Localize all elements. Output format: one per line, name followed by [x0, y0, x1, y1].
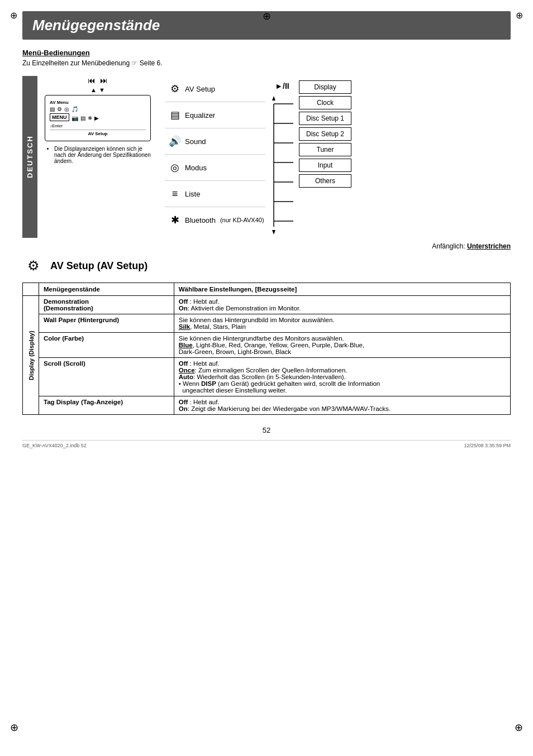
submenu-tuner: Tuner [299, 143, 351, 156]
menu-item-sound: 🔊 Sound [165, 128, 265, 155]
menu-item-modus: ◎ Modus [165, 155, 265, 181]
bluetooth-icon: ✱ [165, 210, 185, 230]
bottom-left-reg-mark: ⊕ [10, 721, 18, 734]
footer: GE_KW-AVX4020_2.indb 52 12/25/08 3:35:59… [22, 440, 511, 448]
side-label: Display (Display) [23, 296, 39, 415]
device-note: Die Displayanzeigen können sich je nach … [42, 146, 154, 164]
footer-left: GE_KW-AVX4020_2.indb 52 [22, 443, 87, 448]
av-setup-title: AV Setup (AV Setup) [50, 260, 147, 272]
top-right-reg-mark: ⊕ [516, 10, 523, 21]
footer-right: 12/25/08 3:35:59 PM [464, 443, 511, 448]
device-nav-arrows: ▲ ▼ [91, 87, 105, 93]
col1-header: Menügegenstände [39, 283, 174, 296]
av-setup-header: ⚙ AV Setup (AV Setup) [22, 255, 511, 277]
submenu-display: Display [299, 80, 351, 94]
svg-marker-8 [272, 96, 275, 101]
submenu-disc-setup-2: Disc Setup 2 [299, 127, 351, 141]
menu-item-liste: ≡ Liste [165, 181, 265, 207]
avsetup-icon: ⚙ [165, 79, 185, 99]
table-row: Scroll (Scroll) Off : Hebt auf. Once: Zu… [23, 358, 511, 396]
submenu-input: Input [299, 159, 351, 172]
equalizer-icon: ▤ [165, 105, 185, 125]
table-row: Color (Farbe) Sie können die Hintergrund… [23, 333, 511, 358]
play-pause-connector: ►/II [265, 76, 299, 238]
submenu-column: Display Clock Disc Setup 1 Disc Setup 2 … [299, 76, 351, 188]
table-row: Wall Paper (Hintergrund) Sie können das … [23, 314, 511, 333]
submenu-disc-setup-1: Disc Setup 1 [299, 112, 351, 125]
top-left-reg-mark: ⊕ [10, 10, 17, 21]
device-box: AV Menu ▤ ⚙ ◎ 🎵 MENU 📷 ▤ ✱ ▶ ↓Enter AV S… [45, 95, 151, 141]
submenu-clock: Clock [299, 96, 351, 109]
bottom-right-reg-mark: ⊕ [515, 721, 523, 734]
col2-header: Wählbare Einstellungen, [Bezugsseite] [174, 283, 510, 296]
menu-item-equalizer: ▤ Equalizer [165, 102, 265, 128]
anfanglich-note: Anfänglich: Unterstrichen [22, 242, 511, 250]
sound-icon: 🔊 [165, 131, 185, 151]
modus-icon: ◎ [165, 157, 185, 178]
settings-table: Menügegenstände Wählbare Einstellungen, … [22, 283, 511, 415]
page-number: 52 [22, 426, 511, 434]
liste-icon: ≡ [165, 184, 185, 204]
device-top-nav: ⏮ ⏭ [88, 76, 108, 85]
deutsch-label: DEUTSCH [22, 76, 37, 238]
table-row: Tag Display (Tag-Anzeige) Off : Hebt auf… [23, 396, 511, 415]
av-setup-section: ⚙ AV Setup (AV Setup) Menügegenstände Wä… [22, 255, 511, 415]
section-header: Menü-Bedienungen [22, 49, 511, 57]
menu-columns: ⚙ AV Setup ▤ Equalizer 🔊 Sound ◎ Modus ≡… [165, 76, 511, 238]
menu-diagram: DEUTSCH ⏮ ⏭ ▲ ▼ AV Menu ▤ ⚙ ◎ 🎵 MENU 📷 ▤ [22, 76, 511, 238]
menu-item-bluetooth: ✱ Bluetooth (nur KD-AVX40) [165, 207, 265, 233]
table-row: Display (Display) Demonstration(Demonstr… [23, 296, 511, 314]
menu-items-column: ⚙ AV Setup ▤ Equalizer 🔊 Sound ◎ Modus ≡… [165, 76, 265, 233]
menu-item-avsetup: ⚙ AV Setup [165, 76, 265, 102]
connector-svg [268, 93, 296, 238]
device-area: ⏮ ⏭ ▲ ▼ AV Menu ▤ ⚙ ◎ 🎵 MENU 📷 ▤ ✱ ▶ [42, 76, 154, 164]
av-setup-section-icon: ⚙ [22, 255, 45, 277]
submenu-others: Others [299, 174, 351, 188]
subtitle: Zu Einzelheiten zur Menübedienung ☞ Seit… [22, 59, 511, 67]
top-reg-mark: ⊕ [263, 10, 271, 22]
svg-marker-9 [272, 230, 275, 235]
device-bottom-row: MENU 📷 ▤ ✱ ▶ [50, 113, 146, 122]
device-icons-row: ▤ ⚙ ◎ 🎵 [50, 106, 146, 112]
